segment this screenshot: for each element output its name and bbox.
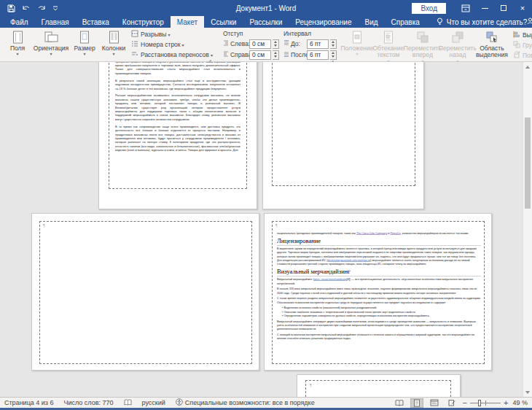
position-icon (351, 30, 363, 45)
indent-left-input[interactable] (249, 39, 271, 49)
share-button[interactable]: Поделиться (527, 16, 532, 28)
bring-forward-icon (416, 30, 429, 45)
line-numbers-icon (131, 40, 138, 49)
indent-right-icon (223, 51, 229, 58)
zoom-out-icon[interactable]: − (463, 399, 467, 407)
close-button[interactable]: × (513, 0, 532, 16)
tab-view[interactable]: Вид (359, 16, 385, 28)
paragraph-mark: ¶ (275, 224, 278, 228)
align-button[interactable]: Выровнять (513, 31, 532, 39)
visual-merchandising-link[interactable]: англ. visual merchandising (314, 278, 347, 282)
tab-mailings[interactable]: Рассылки (243, 16, 289, 28)
page-5: ¶ национальных брендовых производителей … (264, 213, 492, 371)
tab-insert[interactable]: Вставка (76, 16, 116, 28)
page-indicator[interactable]: Страница 4 из 6 (4, 399, 53, 406)
coca-cola-link[interactable]: The Coca-Cola Company (356, 231, 387, 235)
title-bar: Документ1 - Word Вход × (0, 0, 532, 16)
proofing-icon[interactable] (124, 399, 132, 406)
orientation-icon (44, 30, 58, 45)
margins-button[interactable]: Поля (3, 28, 32, 59)
send-backward-icon (451, 30, 464, 45)
print-layout-button[interactable] (410, 398, 423, 408)
spacing-before-stepper[interactable] (330, 39, 337, 49)
spacing-after-input[interactable] (307, 50, 329, 60)
page-6: ¶ (297, 374, 461, 397)
qat-customize-icon[interactable] (52, 5, 58, 11)
dropdown-arrow (16, 52, 18, 57)
pepsico-link[interactable]: PepsiCo (390, 231, 400, 235)
position-button: Положение (343, 28, 372, 63)
zoom-slider-thumb[interactable] (478, 400, 481, 406)
page-2: Инструменты мерчандайзинга стали активно… (98, 62, 257, 209)
spacing-after-icon (283, 51, 289, 58)
bring-forward-button: Переместить вперед (405, 28, 440, 63)
dropdown-arrow (83, 52, 85, 57)
tab-help[interactable]: Справка (385, 16, 426, 28)
size-button[interactable]: Размер (70, 28, 99, 59)
zoom-in-icon[interactable]: + (504, 399, 508, 407)
word-count[interactable]: Число слов: 770 (63, 399, 113, 406)
scroll-up-icon[interactable] (523, 62, 532, 71)
tab-home[interactable]: Главная (35, 16, 76, 28)
accessibility-status[interactable]: Специальные возможности: все в порядке (176, 398, 315, 407)
web-layout-button[interactable] (428, 398, 441, 408)
status-bar: Страница 4 из 6 Число слов: 770 русский … (0, 397, 532, 410)
heading-licensing: Лицензирование (277, 237, 481, 245)
read-mode-button[interactable] (393, 398, 406, 408)
tab-design[interactable]: Конструктор (116, 16, 171, 28)
orientation-button[interactable]: Ориентация (32, 28, 70, 59)
focus-mode-button[interactable] (445, 398, 458, 408)
spacing-after-stepper[interactable] (330, 50, 337, 60)
indent-right-input[interactable] (249, 50, 271, 60)
line-numbers-button[interactable]: Номера строк (131, 40, 213, 49)
sign-in-button[interactable]: Вход (412, 3, 446, 14)
ribbon-group-page-setup: Поля Ориентация Размер Колонки (0, 28, 217, 61)
paragraph-mark: ¶ (310, 384, 312, 387)
dropdown-arrow (112, 52, 114, 57)
language-indicator[interactable]: русский (142, 399, 165, 406)
breaks-button[interactable]: Разрывы (131, 30, 213, 39)
scrollbar-thumb[interactable] (525, 117, 531, 209)
dropdown-arrow (356, 52, 358, 57)
undo-icon[interactable] (22, 4, 31, 12)
scroll-down-icon[interactable] (523, 387, 532, 397)
save-icon[interactable] (7, 4, 15, 12)
spacing-before-input[interactable] (307, 39, 329, 49)
quick-access-toolbar (7, 4, 58, 12)
indent-left-icon (223, 40, 229, 47)
tab-review[interactable]: Рецензирование (289, 16, 358, 28)
tell-me-box[interactable]: Что вы хотите сделать? (437, 16, 528, 28)
tab-file[interactable]: Файл (4, 16, 35, 28)
accessibility-icon (176, 398, 183, 407)
selection-pane-icon (485, 30, 498, 45)
wrap-text-button: Обтекание текстом (372, 28, 405, 63)
lightbulb-icon (437, 18, 443, 27)
wrap-text-icon (383, 30, 394, 45)
columns-icon (108, 30, 120, 45)
spacing-before-label: До: (291, 40, 300, 47)
ribbon: Поля Ориентация Размер Колонки (0, 28, 532, 62)
selection-pane-button[interactable]: Область выделения (475, 28, 509, 63)
tab-references[interactable]: Ссылки (204, 16, 243, 28)
intellectual-property-link[interactable]: интеллектуальной собственности (328, 258, 371, 262)
hyphenation-icon (131, 50, 138, 59)
indent-header: Отступ (223, 29, 279, 38)
document-canvas: Инструменты мерчандайзинга стали активно… (0, 62, 532, 397)
restore-button[interactable] (494, 0, 513, 16)
hyphenation-button[interactable]: Расстановка переносов (131, 50, 213, 59)
ribbon-display-options-icon[interactable] (456, 0, 475, 16)
redo-icon[interactable] (37, 4, 46, 12)
zoom-level[interactable]: 49 % (512, 399, 528, 406)
tab-layout[interactable]: Макет (171, 16, 204, 28)
minimize-button[interactable] (475, 0, 494, 16)
person-icon (527, 18, 532, 26)
indent-right-stepper[interactable] (273, 50, 279, 60)
ribbon-tab-row: Файл Главная Вставка Конструктор Макет С… (0, 16, 532, 28)
heading-visual-merchandising: Визуальный мерчандайзинг (277, 268, 481, 276)
vertical-scrollbar[interactable] (523, 62, 532, 397)
indent-left-stepper[interactable] (273, 39, 279, 49)
align-icon (513, 31, 520, 39)
columns-button[interactable]: Колонки (99, 28, 128, 59)
page-5-text: национальных брендовых производителей то… (277, 231, 481, 341)
zoom-slider[interactable]: − + (463, 399, 509, 407)
